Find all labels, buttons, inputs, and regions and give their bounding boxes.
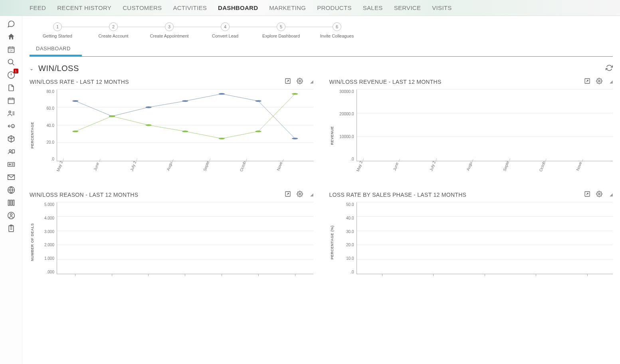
topnav-item-visits[interactable]: VISITS [426, 4, 457, 11]
svg-rect-13 [8, 200, 9, 205]
svg-point-8 [9, 150, 11, 152]
people-icon[interactable] [3, 108, 19, 119]
x-tick [130, 274, 167, 282]
topnav-item-feed[interactable]: FEED [24, 4, 52, 11]
wizard-step-1[interactable]: 1Getting Started [30, 22, 85, 38]
y-axis-label: REVENUE [329, 89, 335, 181]
svg-point-35 [292, 93, 298, 95]
wizard-step-number: 6 [333, 22, 341, 31]
card-title: WIN/LOSS REASON - LAST 12 MONTHS [30, 192, 138, 198]
y-tick: 3.000 [44, 229, 54, 234]
section-title: WIN/LOSS [38, 64, 79, 73]
search-icon[interactable] [3, 57, 19, 68]
user-card-icon[interactable] [3, 146, 19, 157]
y-tick: 4.000 [44, 216, 54, 220]
svg-point-39 [299, 193, 301, 195]
topnav-item-activities[interactable]: ACTIVITIES [167, 4, 212, 11]
collapse-icon[interactable]: ⌄ [30, 66, 34, 71]
y-axis: 80.060.040.020.0.0 [35, 89, 57, 161]
svg-point-37 [598, 80, 600, 82]
onboarding-wizard: 1Getting Started2Create Account3Create A… [30, 22, 613, 38]
svg-rect-4 [8, 98, 14, 103]
wizard-step-label: Convert Lead [212, 34, 238, 38]
x-tick [408, 274, 459, 282]
x-axis [57, 274, 313, 282]
wizard-step-4[interactable]: 4Convert Lead [197, 22, 253, 38]
gear-icon[interactable] [297, 191, 303, 198]
winloss-revenue-card: WIN/LOSS REVENUE - LAST 12 MONTHS ◢ REVE… [329, 78, 613, 181]
login-money-icon[interactable]: $ [3, 121, 19, 132]
page-icon[interactable] [3, 82, 19, 93]
home-icon[interactable] [3, 31, 19, 42]
topnav-item-recent-history[interactable]: RECENT HISTORY [52, 4, 117, 11]
speech-bubble-icon[interactable] [3, 18, 19, 30]
y-tick: 20.0 [47, 140, 54, 144]
gear-icon[interactable] [596, 78, 602, 85]
topnav-item-service[interactable]: SERVICE [388, 4, 427, 11]
svg-point-26 [219, 93, 225, 95]
y-tick: 5.000 [44, 202, 54, 207]
x-tick [277, 274, 313, 282]
cube-icon[interactable] [3, 133, 19, 144]
expand-icon[interactable] [584, 191, 590, 198]
bar-chart[interactable] [357, 89, 613, 161]
svg-point-30 [109, 115, 115, 117]
resize-handle[interactable]: ◢ [608, 79, 613, 84]
columns-icon[interactable] [3, 197, 19, 208]
topnav-item-marketing[interactable]: MARKETING [263, 4, 311, 11]
expand-icon[interactable] [285, 191, 291, 198]
x-axis: May 2...June ...July 2...Augu...Septe...… [57, 161, 313, 181]
y-tick: 2.000 [44, 243, 54, 247]
x-tick [93, 274, 130, 282]
gear-icon[interactable] [297, 78, 303, 85]
gear-icon[interactable] [596, 191, 602, 198]
wizard-step-label: Invite Colleagues [320, 34, 354, 38]
bar-chart[interactable] [57, 202, 313, 274]
wizard-step-number: 4 [221, 22, 230, 31]
x-tick [510, 274, 562, 282]
svg-point-17 [10, 214, 12, 216]
chart-grid: WIN/LOSS RATE - LAST 12 MONTHS ◢ PERCENT… [30, 78, 613, 282]
wizard-step-number: 2 [109, 22, 118, 31]
wizard-step-2[interactable]: 2Create Account [85, 22, 141, 38]
wizard-step-6[interactable]: 6Invite Colleagues [309, 22, 365, 38]
expand-icon[interactable] [584, 78, 590, 85]
user-circle-icon[interactable] [3, 210, 19, 221]
calendar-icon[interactable] [3, 95, 19, 106]
subtab-dashboard[interactable]: DASHBOARD [30, 43, 82, 56]
topnav-item-products[interactable]: PRODUCTS [311, 4, 357, 11]
line-chart[interactable] [57, 89, 313, 161]
wizard-step-5[interactable]: 5Explore Dashboard [253, 22, 309, 38]
refresh-icon[interactable] [606, 64, 613, 73]
y-tick: 50.0 [346, 202, 354, 207]
y-tick: 80.0 [47, 89, 54, 94]
svg-point-31 [145, 124, 151, 126]
alert-icon[interactable]: 1 [3, 69, 19, 81]
y-tick: 40.0 [346, 216, 354, 220]
topnav-item-dashboard[interactable]: DASHBOARD [212, 4, 263, 11]
svg-rect-10 [8, 162, 14, 166]
resize-handle[interactable]: ◢ [608, 192, 613, 197]
clipboard-icon[interactable] [3, 223, 19, 234]
y-axis: 5.0004.0003.0002.0001.000.000 [35, 202, 57, 274]
topnav-item-customers[interactable]: CUSTOMERS [117, 4, 167, 11]
id-card-icon[interactable] [3, 159, 19, 170]
svg-point-22 [72, 100, 78, 102]
calendar-14-icon[interactable]: 14 [3, 44, 19, 55]
y-tick: 1.000 [44, 256, 54, 261]
globe-icon[interactable] [3, 184, 19, 196]
wizard-step-label: Explore Dashboard [262, 34, 300, 38]
y-tick: .0 [351, 270, 354, 274]
resize-handle[interactable]: ◢ [309, 192, 313, 197]
resize-handle[interactable]: ◢ [309, 79, 313, 84]
svg-rect-15 [13, 200, 14, 205]
expand-icon[interactable] [285, 78, 291, 85]
svg-point-29 [72, 131, 78, 132]
topnav-item-sales[interactable]: SALES [357, 4, 388, 11]
y-tick: .0 [351, 157, 354, 161]
mail-icon[interactable] [3, 172, 19, 183]
x-axis [357, 274, 613, 282]
wizard-step-3[interactable]: 3Create Appointment [141, 22, 197, 38]
x-tick [203, 274, 240, 282]
bar-chart[interactable] [357, 202, 613, 274]
